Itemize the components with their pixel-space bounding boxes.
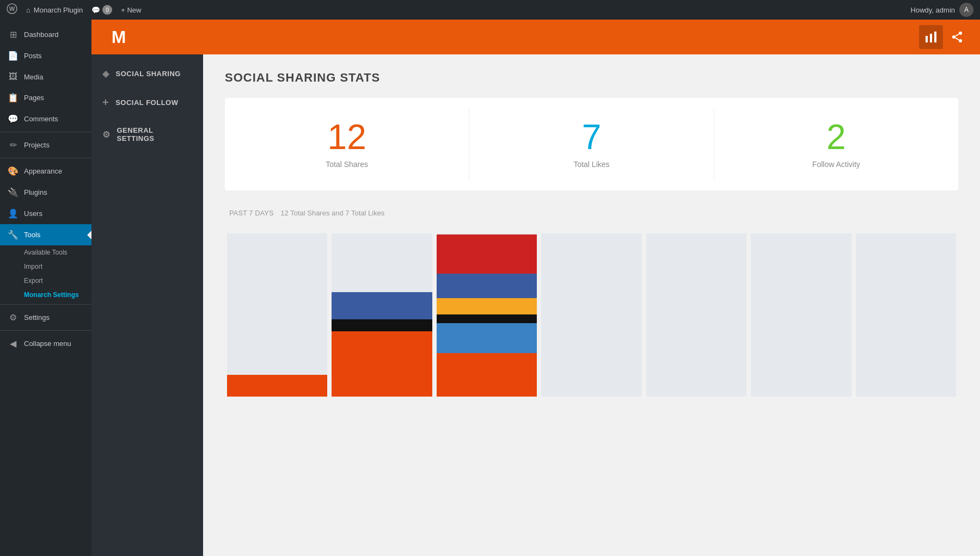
sidebar-label-tools: Tools: [24, 231, 40, 239]
monarch-nav-social-follow[interactable]: + SOCIAL FOLLOW: [91, 88, 203, 118]
sidebar-label-pages: Pages: [24, 94, 44, 102]
new-content-button[interactable]: + New: [121, 6, 141, 14]
stat-follow-activity: 2 Follow Activity: [714, 109, 958, 180]
bar-col-6: [856, 228, 956, 397]
bar-segment-2-0: [437, 234, 537, 274]
sidebar-item-posts[interactable]: 📄 Posts: [0, 45, 91, 66]
total-shares-label: Total Shares: [230, 160, 463, 169]
wp-logo[interactable]: W: [7, 3, 17, 17]
sidebar-item-pages[interactable]: 📋 Pages: [0, 87, 91, 108]
stat-total-likes: 7 Total Likes: [469, 109, 714, 180]
bar-segment-2-3: [437, 314, 537, 323]
submenu-available-tools[interactable]: Available Tools: [0, 245, 91, 260]
bar-col-0: [227, 228, 327, 397]
monarch-header: M: [91, 20, 980, 54]
media-icon: 🖼: [8, 72, 19, 82]
settings-icon: ⚙: [8, 312, 19, 323]
submenu-monarch-settings[interactable]: Monarch Settings: [0, 288, 91, 302]
bar-segment-1-1: [332, 319, 432, 331]
house-icon: ⌂: [26, 6, 30, 14]
svg-point-6: [952, 35, 955, 39]
bar-empty-1: [332, 233, 432, 292]
stats-row: 12 Total Shares 7 Total Likes 2 Follow A…: [225, 98, 958, 190]
bar-col-3: [541, 228, 641, 397]
sidebar-item-appearance[interactable]: 🎨 Appearance: [0, 160, 91, 182]
bar-empty-0: [227, 233, 327, 375]
svg-text:W: W: [9, 5, 15, 12]
sidebar-item-settings[interactable]: ⚙ Settings: [0, 307, 91, 328]
comments-button[interactable]: 💬 0: [91, 5, 112, 15]
social-follow-icon: +: [102, 96, 109, 109]
sidebar-item-tools[interactable]: 🔧 Tools: [0, 224, 91, 245]
svg-rect-3: [930, 34, 932, 42]
sidebar-label-users: Users: [24, 209, 42, 218]
monarch-nav-label-follow: SOCIAL FOLLOW: [115, 98, 178, 107]
follow-activity-value: 2: [720, 120, 953, 155]
admin-bar: W ⌂ Monarch Plugin 💬 0 + New Howdy, admi…: [0, 0, 980, 20]
monarch-sidebar: ◈ SOCIAL SHARING + SOCIAL FOLLOW ⚙ GENER…: [91, 54, 203, 556]
monarch-main-content: SOCIAL SHARING STATS 12 Total Shares 7 T…: [203, 54, 980, 556]
stat-total-shares: 12 Total Shares: [225, 109, 469, 180]
submenu-import[interactable]: Import: [0, 260, 91, 274]
comments-count: 0: [102, 5, 112, 15]
svg-rect-4: [934, 32, 936, 42]
sidebar-label-plugins: Plugins: [24, 188, 47, 196]
monarch-nav-general-settings[interactable]: ⚙ GENERAL SETTINGS: [91, 118, 203, 151]
svg-line-8: [955, 34, 959, 36]
bar-segment-1-2: [332, 331, 432, 397]
collapse-icon: ◀: [8, 338, 19, 349]
sidebar-item-comments[interactable]: 💬 Comments: [0, 108, 91, 129]
monarch-wrapper: M ◈: [91, 20, 980, 556]
svg-rect-2: [926, 36, 928, 42]
sidebar-label-settings: Settings: [24, 313, 50, 322]
comments-menu-icon: 💬: [8, 114, 19, 124]
sidebar-label-projects: Projects: [24, 141, 50, 149]
sidebar-label-media: Media: [24, 73, 43, 81]
monarch-logo: M: [102, 27, 135, 47]
comment-icon: 💬: [91, 6, 100, 14]
sidebar-label-posts: Posts: [24, 52, 42, 60]
appearance-icon: 🎨: [8, 166, 19, 176]
svg-line-9: [955, 38, 959, 40]
monarch-body: ◈ SOCIAL SHARING + SOCIAL FOLLOW ⚙ GENER…: [91, 54, 980, 556]
total-shares-value: 12: [230, 120, 463, 155]
projects-icon: ✏: [8, 140, 19, 150]
sidebar-label-comments: Comments: [24, 115, 58, 123]
bar-segment-2-1: [437, 274, 537, 298]
monarch-stats-icon[interactable]: [919, 25, 943, 49]
menu-separator-4: [0, 330, 91, 331]
bar-empty-3: [541, 233, 641, 397]
monarch-share-icon[interactable]: [945, 25, 969, 49]
pages-icon: 📋: [8, 92, 19, 103]
monarch-nav-label-settings: GENERAL SETTINGS: [117, 126, 193, 143]
sidebar-item-projects[interactable]: ✏ Projects: [0, 134, 91, 156]
bar-col-5: [751, 228, 851, 397]
user-info[interactable]: Howdy, admin A: [911, 3, 973, 17]
monarch-nav-social-sharing[interactable]: ◈ SOCIAL SHARING: [91, 60, 203, 88]
bar-segment-0-0: [227, 375, 327, 397]
sidebar-item-media[interactable]: 🖼 Media: [0, 66, 91, 87]
svg-point-7: [959, 39, 962, 42]
bar-chart: [225, 228, 958, 397]
collapse-label: Collapse menu: [24, 339, 71, 348]
total-likes-label: Total Likes: [475, 160, 708, 169]
new-label: + New: [121, 6, 141, 14]
site-name[interactable]: ⌂ Monarch Plugin: [26, 6, 83, 14]
sidebar-item-users[interactable]: 👤 Users: [0, 203, 91, 224]
collapse-menu-button[interactable]: ◀ Collapse menu: [0, 333, 91, 354]
bar-segment-2-5: [437, 353, 537, 397]
dashboard-icon: ⊞: [8, 29, 19, 40]
stats-section-title: SOCIAL SHARING STATS: [225, 71, 958, 85]
users-icon: 👤: [8, 208, 19, 219]
submenu-export[interactable]: Export: [0, 274, 91, 288]
sidebar-item-plugins[interactable]: 🔌 Plugins: [0, 182, 91, 203]
sidebar-label-dashboard: Dashboard: [24, 30, 59, 39]
sidebar-item-dashboard[interactable]: ⊞ Dashboard: [0, 24, 91, 45]
monarch-header-icons: [919, 25, 969, 49]
bar-empty-5: [751, 233, 851, 397]
menu-separator-2: [0, 158, 91, 158]
bar-col-1: [332, 228, 432, 397]
chart-section-title: PAST 7 DAYS 12 Total Shares and 7 Total …: [225, 208, 958, 217]
general-settings-icon: ⚙: [102, 129, 111, 140]
total-likes-value: 7: [475, 120, 708, 155]
